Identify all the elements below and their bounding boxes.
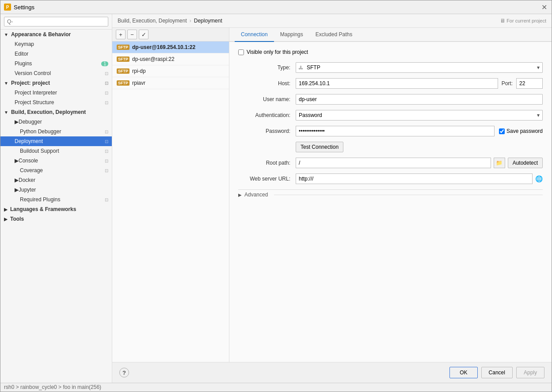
expand-arrow-icon: ▼ (4, 110, 8, 115)
help-button[interactable]: ? (119, 368, 129, 377)
sidebar-item-required-plugins[interactable]: Required Plugins ⊡ (0, 195, 112, 204)
breadcrumb-current: Deployment (194, 18, 222, 24)
host-input[interactable] (296, 78, 498, 89)
sidebar-item-editor[interactable]: Editor (0, 49, 112, 59)
ok-button[interactable]: OK (449, 367, 477, 378)
sidebar-item-console[interactable]: ▶ Console ⊡ (0, 156, 112, 166)
visible-only-row: Visible only for this project (238, 49, 543, 55)
advanced-section[interactable]: ▶ Advanced (238, 189, 543, 200)
search-input[interactable] (4, 17, 108, 26)
titlebar-left: P Settings (4, 4, 34, 11)
sidebar-item-label: Version Control (15, 70, 51, 76)
expand-arrow-icon: ▶ (15, 177, 19, 183)
visible-only-label: Visible only for this project (247, 49, 308, 55)
sidebar-item-appearance-behavior[interactable]: ▼ Appearance & Behavior (0, 30, 112, 39)
sidebar-item-docker[interactable]: ▶ Docker (0, 175, 112, 185)
sidebar-item-label: Jupyter (19, 187, 36, 193)
web-url-label: Web server URL: (238, 176, 296, 182)
sidebar-item-label: Python Debugger (20, 128, 61, 135)
copy-icon: ⊡ (105, 71, 108, 76)
sidebar-item-label: Project Structure (15, 99, 54, 106)
remove-server-button[interactable]: − (127, 30, 137, 39)
sidebar-item-tools[interactable]: ▶ Tools (0, 214, 112, 224)
apply-button[interactable]: Apply (516, 367, 544, 378)
sidebar-item-project-structure[interactable]: Project Structure ⊡ (0, 98, 112, 107)
sidebar-item-label: Coverage (20, 167, 43, 173)
server-entry[interactable]: SFTP rpiavr (112, 77, 229, 89)
root-path-row: Root path: 📁 Autodetect (238, 158, 543, 168)
username-row: User name: (238, 94, 543, 105)
sftp-badge: SFTP (117, 80, 129, 86)
auth-label: Authentication: (238, 112, 296, 118)
close-button[interactable]: ✕ (540, 3, 548, 11)
auth-select[interactable]: Password (296, 110, 534, 120)
sidebar-item-coverage[interactable]: Coverage ⊡ (0, 166, 112, 175)
chevron-right-icon: ▶ (238, 192, 242, 197)
sidebar-item-build-execution-deployment[interactable]: ▼ Build, Execution, Deployment (0, 107, 112, 117)
username-input[interactable] (296, 94, 543, 105)
sidebar-item-debugger[interactable]: ▶ Debugger (0, 117, 112, 127)
server-toolbar: + − ✓ (112, 28, 229, 41)
settings-window: P Settings ✕ ▼ Appearance & Behavior Key… (0, 0, 552, 392)
server-name: rpiavr (132, 80, 145, 86)
advanced-label: Advanced (244, 192, 268, 198)
port-input[interactable] (516, 78, 543, 89)
sftp-badge: SFTP (117, 68, 129, 74)
chevron-down-icon: ▾ (534, 64, 542, 71)
sidebar-item-languages-frameworks[interactable]: ▶ Languages & Frameworks (0, 204, 112, 214)
sidebar-item-python-debugger[interactable]: Python Debugger ⊡ (0, 127, 112, 136)
visible-only-checkbox[interactable] (238, 49, 244, 55)
sidebar-item-deployment[interactable]: Deployment ⊡ (0, 136, 112, 146)
cancel-button[interactable]: Cancel (481, 367, 513, 378)
copy-icon: ⊡ (105, 129, 108, 134)
host-port-row: Port: (296, 78, 543, 89)
server-list-panel: + − ✓ SFTP dp-user@169.254.10.1:22 SFTP … (112, 28, 229, 362)
password-field: Save password (296, 126, 543, 136)
right-panel: Build, Execution, Deployment › Deploymen… (112, 14, 552, 383)
tab-excluded-paths[interactable]: Excluded Paths (309, 28, 358, 42)
sidebar-item-jupyter[interactable]: ▶ Jupyter (0, 185, 112, 195)
copy-icon: ⊡ (105, 139, 108, 144)
statusbar-text: rsh0 > rainbow_cycle0 > foo in main(256) (4, 384, 101, 390)
sidebar-item-project-project[interactable]: ▼ Project: project ⊡ (0, 78, 112, 88)
tab-mappings[interactable]: Mappings (274, 28, 309, 42)
sidebar-item-buildout-support[interactable]: Buildout Support ⊡ (0, 146, 112, 156)
tab-connection[interactable]: Connection (235, 28, 274, 42)
type-select-field[interactable]: 🖧 SFTP ▾ (296, 62, 543, 73)
save-password-label: Save password (506, 128, 543, 134)
server-entry[interactable]: SFTP dp-user@raspi:22 (112, 53, 229, 65)
sidebar-item-project-interpreter[interactable]: Project Interpreter ⊡ (0, 88, 112, 98)
add-server-button[interactable]: + (116, 30, 126, 39)
sidebar-item-label: Docker (19, 177, 35, 183)
server-name: dp-user@raspi:22 (132, 56, 175, 62)
web-url-input[interactable] (296, 173, 533, 184)
sidebar-item-keymap[interactable]: Keymap (0, 39, 112, 49)
globe-icon: 🌐 (535, 175, 543, 182)
autodetect-button[interactable]: Autodetect (508, 158, 543, 168)
sftp-badge: SFTP (117, 57, 129, 62)
password-row: Password: Save password (238, 126, 543, 136)
type-select[interactable]: SFTP (306, 63, 534, 72)
sidebar-item-label: Tools (10, 216, 24, 222)
for-current-project: 🖥 For current project (500, 18, 546, 24)
expand-arrow-icon: ▶ (15, 119, 19, 125)
auth-select-field[interactable]: Password ▾ (296, 110, 543, 121)
save-password-checkbox[interactable] (499, 128, 505, 134)
server-entry[interactable]: SFTP dp-user@169.254.10.1:22 (112, 41, 229, 53)
password-input[interactable] (296, 126, 495, 136)
host-row: Host: Port: (238, 78, 543, 89)
sidebar-item-label: Plugins (15, 60, 32, 67)
check-server-button[interactable]: ✓ (139, 30, 148, 39)
for-current-project-label: For current project (506, 18, 546, 23)
window-title: Settings (14, 4, 34, 11)
browse-folder-button[interactable]: 📁 (494, 158, 505, 168)
sidebar-item-plugins[interactable]: Plugins 1 (0, 59, 112, 68)
test-connection-button[interactable]: Test Connection (296, 142, 343, 152)
titlebar: P Settings ✕ (0, 0, 552, 14)
sidebar-item-label: Keymap (15, 41, 34, 47)
password-input-row: Save password (296, 126, 543, 136)
server-entry[interactable]: SFTP rpi-dp (112, 65, 229, 77)
sidebar-item-version-control[interactable]: Version Control ⊡ (0, 68, 112, 78)
root-path-input[interactable] (296, 158, 491, 168)
sidebar: ▼ Appearance & Behavior Keymap Editor Pl… (0, 14, 112, 383)
